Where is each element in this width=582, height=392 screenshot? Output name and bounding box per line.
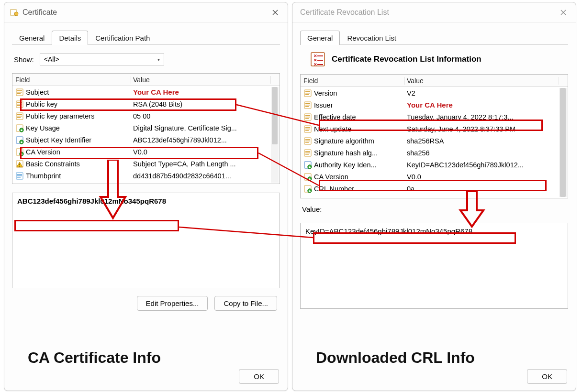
field-cell: Public key parameters	[12, 112, 131, 120]
svg-rect-26	[17, 177, 21, 178]
field-text: Subject Key Identifier	[26, 136, 91, 144]
value-cell: V2	[405, 89, 559, 97]
doc-icon	[303, 149, 312, 157]
show-select-value: <All>	[44, 55, 59, 63]
value-cell: Your CA Here	[405, 101, 559, 109]
tabs: General Details Certification Path	[12, 27, 280, 44]
window-title: Certificate Revocation List	[298, 8, 554, 17]
crl-info-header: ✕ ✕ ✕ Certificate Revocation List Inform…	[310, 51, 565, 67]
tab-general[interactable]: General	[300, 31, 340, 45]
show-select[interactable]: <All> ▾	[40, 53, 164, 65]
table-row[interactable]: Basic ConstraintsSubject Type=CA, Path L…	[12, 158, 280, 170]
svg-rect-4	[17, 92, 22, 93]
field-cell: Issuer	[301, 101, 405, 109]
field-text: Next update	[314, 125, 351, 133]
table-row[interactable]: Signature algorithmsha256RSA	[301, 135, 568, 147]
window-title: Certificate	[22, 8, 266, 17]
titlebar: Certificate	[4, 2, 288, 22]
column-header-field[interactable]: Field	[12, 76, 131, 84]
crl-dialog: Certificate Revocation List General Revo…	[292, 2, 576, 391]
value-label: Value:	[302, 205, 568, 213]
prop-icon	[15, 172, 24, 180]
column-header-field[interactable]: Field	[301, 77, 405, 85]
close-button[interactable]	[554, 5, 573, 20]
doc-icon	[15, 88, 24, 97]
table-row[interactable]: Effective dateTuesday, January 4, 2022 8…	[301, 111, 568, 123]
tab-revocation-list[interactable]: Revocation List	[340, 31, 403, 45]
table-row[interactable]: Thumbprintdd431d87b5490d2832c66401...	[12, 170, 280, 182]
field-cell: Signature hash alg...	[301, 149, 405, 157]
ok-button[interactable]: OK	[527, 369, 567, 384]
table-row[interactable]: Key UsageDigital Signature, Certificate …	[12, 122, 280, 134]
table-row[interactable]: Public key parameters05 00	[12, 110, 280, 122]
doc-icon	[303, 125, 312, 133]
table-row[interactable]: Authority Key Iden...KeyID=ABC123def456g…	[301, 159, 568, 171]
doc-icon	[15, 100, 24, 109]
svg-rect-7	[17, 102, 22, 103]
svg-rect-39	[305, 103, 310, 104]
details-table: Field Value SubjectYour CA HerePublic ke…	[12, 73, 280, 184]
value-cell: dd431d87b5490d2832c66401...	[131, 172, 271, 180]
value-cell: Digital Signature, Certificate Sig...	[131, 124, 271, 132]
table-row[interactable]: Next updateSaturday, June 4, 2022 8:37:3…	[301, 123, 568, 135]
table-row[interactable]: CRL Number0a	[301, 183, 568, 195]
tab-general[interactable]: General	[12, 31, 52, 45]
field-cell: Subject	[12, 88, 131, 97]
column-header-value[interactable]: Value	[405, 77, 559, 85]
edit-properties-button[interactable]: Edit Properties...	[137, 296, 208, 311]
field-text: CRL Number	[314, 185, 354, 193]
field-text: Public key parameters	[26, 112, 94, 120]
field-text: Thumbprint	[26, 172, 61, 180]
tab-details[interactable]: Details	[52, 31, 88, 45]
table-row[interactable]: Subject Key IdentifierABC123def456ghi789…	[12, 134, 280, 146]
value-cell: Subject Type=CA, Path Length ...	[131, 160, 271, 168]
field-text: Issuer	[314, 101, 333, 109]
field-cell: Next update	[301, 125, 405, 133]
svg-rect-52	[305, 141, 310, 142]
value-cell: 05 00	[131, 112, 271, 120]
ext-icon	[303, 185, 312, 193]
certificate-dialog: Certificate General Details Certificatio…	[4, 2, 288, 391]
ext2-icon	[303, 161, 312, 169]
chevron-down-icon: ▾	[157, 57, 160, 62]
svg-rect-9	[17, 105, 21, 106]
svg-rect-45	[305, 118, 309, 119]
column-header-value[interactable]: Value	[131, 76, 271, 84]
table-row[interactable]: CA VersionV0.0	[12, 146, 280, 158]
table-row[interactable]: SubjectYour CA Here	[12, 86, 280, 98]
table-row[interactable]: IssuerYour CA Here	[301, 99, 568, 111]
field-cell: Public key	[12, 100, 131, 109]
warn-icon	[15, 160, 24, 168]
table-row[interactable]: Public keyRSA (2048 Bits)	[12, 98, 280, 110]
value-cell: RSA (2048 Bits)	[131, 100, 271, 108]
field-cell: Authority Key Iden...	[301, 161, 405, 169]
value-cell: V0.0	[405, 173, 559, 181]
field-text: Basic Constraints	[26, 160, 80, 168]
svg-rect-49	[305, 130, 309, 131]
ext-icon	[15, 124, 24, 132]
svg-rect-8	[17, 104, 22, 105]
scrollbar[interactable]	[559, 88, 567, 197]
ok-button[interactable]: OK	[239, 369, 279, 384]
ext-icon	[303, 173, 312, 181]
field-text: Authority Key Iden...	[314, 161, 377, 169]
table-row[interactable]: VersionV2	[301, 87, 568, 99]
copy-to-file-button[interactable]: Copy to File...	[214, 296, 277, 311]
table-row[interactable]: Signature hash alg...sha256	[301, 147, 568, 159]
svg-rect-40	[305, 105, 310, 106]
field-cell: Key Usage	[12, 124, 131, 132]
scrollbar[interactable]	[271, 87, 279, 183]
field-cell: CA Version	[12, 148, 131, 156]
detail-value-text: KeyID=ABC123def456ghi789Jkl012mNo345pqR6…	[305, 227, 472, 235]
tab-certification-path[interactable]: Certification Path	[88, 31, 157, 45]
value-cell: V0.0	[131, 148, 271, 156]
table-row[interactable]: CA VersionV0.0	[301, 171, 568, 183]
svg-rect-55	[305, 151, 310, 152]
titlebar: Certificate Revocation List	[292, 2, 576, 22]
svg-rect-3	[17, 90, 22, 91]
svg-rect-56	[305, 152, 310, 153]
ext2-icon	[15, 136, 24, 144]
ext-icon	[15, 148, 24, 156]
close-button[interactable]	[266, 5, 285, 20]
field-cell: CRL Number	[301, 185, 405, 193]
